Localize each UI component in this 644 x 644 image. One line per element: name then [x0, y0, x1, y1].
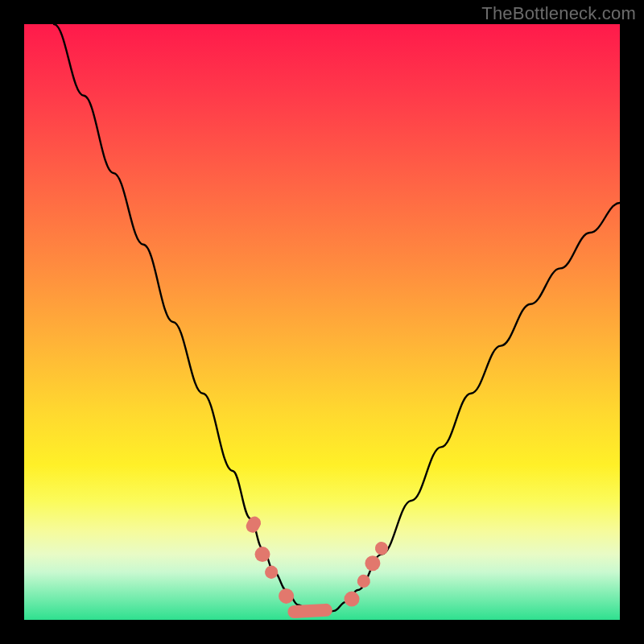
curve-marker [365, 555, 380, 571]
plot-area [24, 24, 620, 620]
curve-marker [262, 564, 280, 581]
curve-marker [345, 592, 360, 607]
curve-marker [255, 547, 270, 562]
watermark-text: TheBottleneck.com [481, 3, 636, 24]
curve-marker [373, 539, 390, 558]
curve-markers [24, 24, 620, 620]
curve-marker [287, 603, 332, 618]
curve-marker [279, 588, 294, 604]
chart-frame: TheBottleneck.com [0, 0, 644, 644]
curve-marker [355, 572, 373, 591]
curve-marker [244, 514, 263, 535]
